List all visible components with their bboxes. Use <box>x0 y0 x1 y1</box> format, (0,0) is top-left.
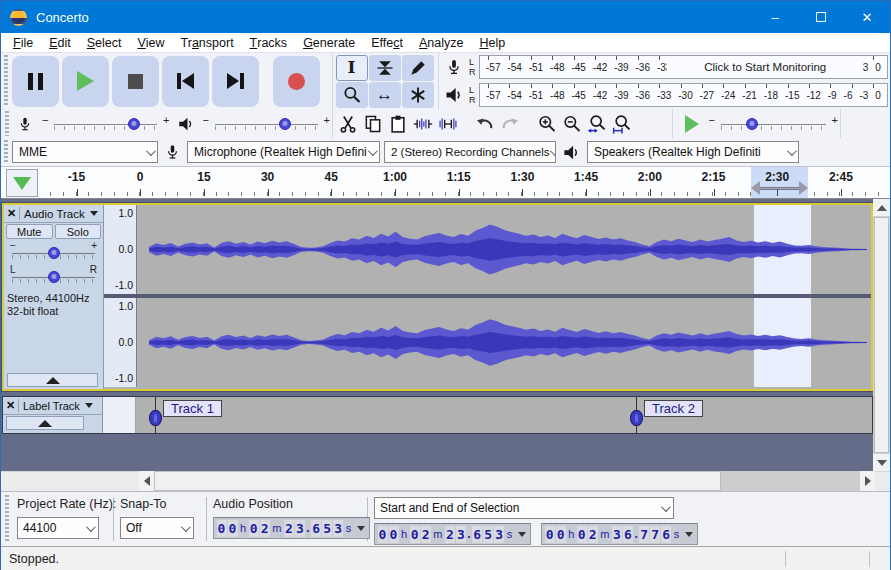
pan-slider[interactable]: L R <box>4 264 103 288</box>
time-digit[interactable]: 0 <box>577 526 587 543</box>
time-field-caret-icon[interactable] <box>357 526 365 531</box>
menu-edit[interactable]: Edit <box>41 33 79 53</box>
time-digit[interactable]: 0 <box>217 520 227 537</box>
time-digit[interactable]: 3 <box>295 520 305 537</box>
selection-range-dropdown[interactable]: Start and End of Selection <box>374 497 674 519</box>
vertical-scrollbar-thumb[interactable] <box>874 217 889 453</box>
menu-effect[interactable]: Effect <box>363 33 411 53</box>
time-unit[interactable]: s <box>507 528 513 540</box>
menu-help[interactable]: Help <box>472 33 514 53</box>
time-unit[interactable]: h <box>401 528 407 540</box>
record-volume-thumb[interactable] <box>128 118 140 130</box>
scroll-right-button[interactable] <box>860 471 875 491</box>
time-separator[interactable]: . <box>467 527 470 541</box>
time-shift-tool-button[interactable]: ↔ <box>369 82 401 108</box>
time-digit[interactable]: 6 <box>661 526 671 543</box>
gain-slider[interactable]: − + <box>4 240 103 264</box>
time-digit[interactable]: 2 <box>421 526 431 543</box>
label-track-content[interactable]: Track 1Track 2 <box>136 397 872 433</box>
time-unit[interactable]: h <box>240 522 246 534</box>
menu-file[interactable]: File <box>5 33 41 53</box>
recording-meter[interactable]: -57-54-51-48-45-42-39-36-33-30-27-24-21-… <box>479 55 888 79</box>
mute-button[interactable]: Mute <box>6 224 53 239</box>
time-digit[interactable]: 5 <box>483 526 493 543</box>
close-track-button[interactable]: ✕ <box>4 207 20 220</box>
selection-start-field[interactable]: 00h02m23.653s <box>374 523 531 545</box>
time-unit[interactable]: s <box>674 528 680 540</box>
waveform-right[interactable] <box>137 298 871 387</box>
time-digit[interactable]: 2 <box>588 526 598 543</box>
close-track-button[interactable]: ✕ <box>3 399 19 412</box>
scroll-up-button[interactable] <box>873 199 890 216</box>
time-digit[interactable]: 0 <box>389 526 399 543</box>
menu-transport[interactable]: Transport <box>173 33 242 53</box>
play-button[interactable] <box>62 56 109 107</box>
collapse-track-button[interactable] <box>7 373 98 387</box>
vertical-scale-ruler[interactable]: 1.0 0.0 -1.0 <box>104 298 137 387</box>
time-digit[interactable]: 0 <box>545 526 555 543</box>
zoom-to-selection-button[interactable] <box>585 112 609 136</box>
horizontal-scrollbar[interactable] <box>139 471 875 491</box>
zoom-out-button[interactable] <box>560 112 584 136</box>
redo-button[interactable] <box>498 112 522 136</box>
play-at-speed-button[interactable] <box>677 112 707 136</box>
label-track[interactable]: ✕ Label Track Track 1Track 2 <box>2 396 873 434</box>
paste-button[interactable] <box>386 112 410 136</box>
time-digit[interactable]: 7 <box>639 526 649 543</box>
scroll-down-button[interactable] <box>873 454 890 471</box>
time-digit[interactable]: 5 <box>322 520 332 537</box>
time-digit[interactable]: 6 <box>472 526 482 543</box>
playback-speed-slider[interactable] <box>721 116 826 132</box>
record-button[interactable] <box>273 56 320 107</box>
time-digit[interactable]: 0 <box>410 526 420 543</box>
time-digit[interactable]: 3 <box>456 526 466 543</box>
toolbar-grip[interactable] <box>3 111 10 136</box>
time-digit[interactable]: 2 <box>445 526 455 543</box>
trim-audio-button[interactable] <box>411 112 435 136</box>
time-unit[interactable]: m <box>272 522 281 534</box>
audio-host-dropdown[interactable]: MME <box>12 141 158 163</box>
record-volume-slider[interactable] <box>54 116 157 132</box>
recording-meter-mic-button[interactable] <box>441 55 467 79</box>
menu-generate[interactable]: Generate <box>295 33 363 53</box>
time-digit[interactable]: 2 <box>260 520 270 537</box>
zoom-tool-button[interactable] <box>336 82 368 108</box>
playback-speed-thumb[interactable] <box>746 118 758 130</box>
time-digit[interactable]: 3 <box>612 526 622 543</box>
time-digit[interactable]: 0 <box>556 526 566 543</box>
multi-tool-button[interactable] <box>402 82 434 108</box>
copy-button[interactable] <box>361 112 385 136</box>
vertical-scale-ruler[interactable]: 1.0 0.0 -1.0 <box>104 205 137 294</box>
menu-view[interactable]: View <box>129 33 172 53</box>
label-flag-icon[interactable] <box>149 410 162 426</box>
cut-button[interactable] <box>336 112 360 136</box>
time-separator[interactable]: . <box>306 521 309 535</box>
label-flag-icon[interactable] <box>630 410 643 426</box>
zoom-in-button[interactable] <box>535 112 559 136</box>
snap-to-dropdown[interactable]: Off <box>120 517 194 539</box>
time-digit[interactable]: 7 <box>650 526 660 543</box>
stop-button[interactable] <box>112 56 159 107</box>
skip-to-start-button[interactable] <box>162 56 209 107</box>
playback-device-dropdown[interactable]: Speakers (Realtek High Definiti <box>587 141 799 163</box>
playback-volume-thumb[interactable] <box>279 118 291 130</box>
playback-meter[interactable]: -57-54-51-48-45-42-39-36-33-30-27-24-21-… <box>479 83 888 107</box>
time-unit[interactable]: h <box>568 528 574 540</box>
solo-button[interactable]: Solo <box>55 224 102 239</box>
collapse-track-button[interactable] <box>6 416 84 430</box>
time-field-caret-icon[interactable] <box>518 532 526 537</box>
close-button[interactable]: ✕ <box>844 1 890 33</box>
envelope-tool-button[interactable] <box>369 55 401 81</box>
menu-select[interactable]: Select <box>79 33 130 53</box>
timeline-ruler[interactable]: -1501530451:001:151:301:452:002:152:302:… <box>1 166 890 199</box>
track-menu-button[interactable]: Audio Track <box>20 208 103 220</box>
label-text[interactable]: Track 1 <box>163 400 222 417</box>
scroll-left-button[interactable] <box>139 471 154 491</box>
toolbar-grip[interactable] <box>2 55 9 107</box>
time-digit[interactable]: 6 <box>311 520 321 537</box>
minimize-button[interactable]: – <box>752 1 798 33</box>
time-digit[interactable]: 3 <box>494 526 504 543</box>
time-digit[interactable]: 3 <box>333 520 343 537</box>
zoom-fit-button[interactable] <box>610 112 634 136</box>
waveform-left[interactable] <box>137 205 871 294</box>
